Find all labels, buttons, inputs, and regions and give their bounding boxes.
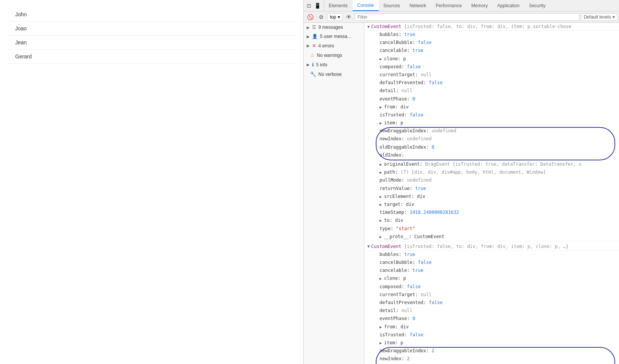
info-icon: ℹ (312, 62, 314, 67)
prop-srcElement[interactable]: ▶srcElement: div (364, 193, 619, 201)
user-icon: 👤 (312, 34, 318, 39)
inspect-icon[interactable]: ⊡ (306, 2, 312, 9)
prop2-item[interactable]: ▶item: p (364, 339, 619, 347)
prop-proto[interactable]: ▶__proto__: CustomEvent (364, 233, 619, 241)
verbose-arrow-icon (307, 72, 308, 76)
prop-path[interactable]: ▶path: (7) [div, div, div#app, body, htm… (364, 168, 619, 176)
event1-header-text: CustomEvent {isTrusted: false, to: div, … (371, 24, 571, 29)
custom-event-2-header[interactable]: ▼ CustomEvent {isTrusted: false, to: div… (364, 243, 619, 251)
prop-bubbles: bubbles: true (364, 31, 619, 39)
prop2-composed: composed: false (364, 283, 619, 291)
prop2-isTrusted: isTrusted: false (364, 331, 619, 339)
custom-event-1-header[interactable]: ▼ CustomEvent {isTrusted: false, to: div… (364, 23, 619, 31)
devtools-tab-bar: ⊡ 📱 Elements Console Sources Network Per… (304, 0, 619, 11)
app-content: JohnJoaoJeanGerard (0, 0, 304, 364)
log-levels-label: Default levels (584, 14, 611, 20)
devtools-panel: ⊡ 📱 Elements Console Sources Network Per… (304, 0, 619, 364)
prop-oldDraggableIndex: oldDraggableIndex: 0 (364, 143, 619, 151)
prop2-eventPhase: eventPhase: 0 (364, 315, 619, 323)
prop2-currentTarget: currentTarget: null (364, 291, 619, 299)
event2-expand-icon: ▼ (367, 244, 370, 248)
user-messages-label: 5 user messa… (320, 34, 352, 39)
prop-newDraggableIndex: newDraggableIndex: undefined (364, 127, 619, 135)
prop2-detail: detail: null (364, 307, 619, 315)
sidebar-item-user-messages[interactable]: ▶ 👤 5 user messa… (304, 32, 364, 41)
prop-newIndex: newIndex: undefined (364, 135, 619, 143)
prop-from[interactable]: ▶from: div (364, 103, 619, 111)
prop-item[interactable]: ▶item: p (364, 119, 619, 127)
sidebar-item-verbose[interactable]: 🔧 No verbose (304, 69, 364, 79)
list-item[interactable]: John (8, 8, 296, 22)
event1-props: bubbles: true cancelBubble: false cancel… (364, 31, 619, 241)
messages-icon: ☰ (312, 25, 316, 30)
prop-returnValue: returnValue: true (364, 185, 619, 193)
list-item[interactable]: Jean (8, 36, 296, 50)
prop2-cancelBubble: cancelBubble: false (364, 259, 619, 267)
console-sidebar: ▶ ☰ 9 messages ▶ 👤 5 user messa… ▶ ✕ 4 e… (304, 23, 364, 364)
prop-cancelBubble: cancelBubble: false (364, 39, 619, 47)
errors-label: 4 errors (318, 43, 334, 49)
verbose-icon: 🔧 (310, 71, 316, 77)
name-list: JohnJoaoJeanGerard (8, 8, 296, 64)
prop-cancelable: cancelable: true (364, 47, 619, 55)
prop2-cancelable: cancelable: true (364, 267, 619, 275)
messages-label: 9 messages (318, 25, 343, 30)
prop-composed: composed: false (364, 63, 619, 71)
list-item[interactable]: Joao (8, 22, 296, 36)
console-settings-icon[interactable]: ⚙ (317, 13, 326, 21)
console-log: ▼ CustomEvent {isTrusted: false, to: div… (364, 23, 619, 364)
prop-currentTarget: currentTarget: null (364, 71, 619, 79)
prop-isTrusted: isTrusted: false (364, 111, 619, 119)
prop2-clone[interactable]: ▶clone: p (364, 275, 619, 282)
prop-clone[interactable]: ▶clone: p (364, 55, 619, 63)
prop-type: type: "start" (364, 225, 619, 233)
info-label: 5 info (316, 62, 327, 67)
log-levels-dropdown[interactable]: Default levels ▾ (581, 13, 617, 21)
sidebar-item-errors[interactable]: ▶ ✕ 4 errors (304, 41, 364, 50)
tab-console[interactable]: Console (353, 0, 379, 11)
prop-detail: detail: null (364, 87, 619, 95)
prop-pullMode: pullMode: undefined (364, 176, 619, 184)
tab-application[interactable]: Application (493, 0, 524, 11)
prop2-from[interactable]: ▶from: div (364, 323, 619, 331)
filter-input[interactable] (355, 13, 580, 21)
prop-originalEvent[interactable]: ▶originalEvent: DragEvent {isTrusted: tr… (364, 160, 619, 168)
console-toolbar: 🚫 ⚙ top ▾ 👁 Default levels ▾ (304, 11, 619, 23)
warnings-label: No warnings (317, 53, 342, 58)
tab-performance[interactable]: Performance (431, 0, 467, 11)
warnings-arrow-icon (307, 53, 308, 57)
eye-icon[interactable]: 👁 (344, 13, 353, 21)
prop-defaultPrevented: defaultPrevented: false (364, 79, 619, 87)
prop-eventPhase: eventPhase: 0 (364, 95, 619, 103)
console-body: ▶ ☰ 9 messages ▶ 👤 5 user messa… ▶ ✕ 4 e… (304, 23, 619, 364)
devtools-tab-icons: ⊡ 📱 (304, 0, 324, 11)
event2-header-text: CustomEvent {isTrusted: false, to: div, … (371, 244, 569, 249)
log-levels-arrow-icon: ▾ (613, 14, 615, 20)
info-arrow-icon: ▶ (307, 63, 310, 67)
error-icon: ✕ (312, 43, 316, 49)
dropdown-arrow-icon: ▾ (338, 14, 340, 20)
event1-expand-icon: ▼ (367, 25, 370, 29)
errors-arrow-icon: ▶ (307, 44, 310, 48)
sidebar-item-messages[interactable]: ▶ ☰ 9 messages (304, 23, 364, 32)
prop2-defaultPrevented: defaultPrevented: false (364, 299, 619, 307)
prop-to[interactable]: ▶to: div (364, 217, 619, 224)
tab-elements[interactable]: Elements (324, 0, 353, 11)
prop-oldIndex: oldIndex: 0 (364, 151, 619, 160)
verbose-label: No verbose (318, 72, 342, 77)
user-messages-arrow-icon: ▶ (307, 35, 310, 39)
prop2-bubbles: bubbles: true (364, 251, 619, 259)
prop2-newDraggableIndex: newDraggableIndex: 2 (364, 347, 619, 355)
tab-network[interactable]: Network (405, 0, 431, 11)
context-dropdown[interactable]: top ▾ (327, 13, 343, 21)
prop2-newIndex: newIndex: 2 (364, 355, 619, 363)
tab-security[interactable]: Security (524, 0, 550, 11)
clear-console-icon[interactable]: 🚫 (305, 13, 315, 21)
tab-memory[interactable]: Memory (467, 0, 493, 11)
sidebar-item-warnings[interactable]: ⚠ No warnings (304, 50, 364, 60)
sidebar-item-info[interactable]: ▶ ℹ 5 info (304, 60, 364, 69)
prop-target[interactable]: ▶target: div (364, 201, 619, 209)
tab-sources[interactable]: Sources (379, 0, 405, 11)
device-icon[interactable]: 📱 (313, 2, 321, 9)
list-item[interactable]: Gerard (8, 50, 296, 64)
